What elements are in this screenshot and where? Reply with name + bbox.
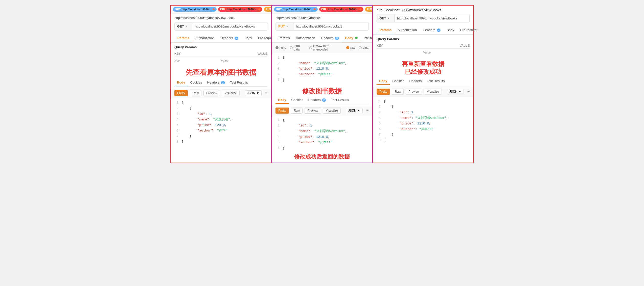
body-tab-cookies-right[interactable]: Cookies	[390, 77, 407, 85]
req-tab-auth-left[interactable]: Authorization	[192, 34, 218, 42]
panels-container: GET http://localhost:9090/r DEL http://l…	[170, 5, 474, 163]
tab-del-middle[interactable]: DEL http://localhost:9090/n	[319, 7, 363, 12]
response-code-middle: 1 { 2 "id": 1, 3 "name": "火影忍者webflux", …	[272, 115, 372, 153]
req-tabs-right: Params Authorization Headers 7 Body Pre-…	[373, 26, 473, 35]
req-tab-auth-right[interactable]: Authorization	[395, 26, 420, 34]
annotation-sub-middle: 修改成功后返回的数据	[272, 153, 372, 163]
body-tab-results-left[interactable]: Test Results	[227, 79, 250, 86]
req-tab-headers-right[interactable]: Headers 7	[420, 26, 444, 34]
chevron-icon-json-middle: ▼	[357, 109, 360, 112]
method-select-right[interactable]: GET ▼	[377, 14, 395, 22]
json-select-left[interactable]: JSON ▼	[245, 90, 262, 96]
tab-del-left[interactable]: DEL http://localhost:9090/n	[218, 7, 262, 12]
query-params-right: Query Params KEY VALUE Value	[373, 35, 473, 58]
code-line-8: 8 ]	[174, 139, 267, 145]
body-tab-headers-middle[interactable]: Headers 2	[306, 96, 328, 104]
radio-formdata[interactable]: form-data	[290, 44, 306, 51]
kv-row-left: Key Value	[174, 58, 267, 63]
radio-label-urlencoded: x-www-form-urlencoded	[313, 44, 343, 51]
pretty-btn-left[interactable]: Pretty	[174, 90, 188, 96]
query-params-title-right: Query Params	[377, 37, 470, 41]
method-label-del: DEL	[220, 8, 226, 11]
req-tab-headers-middle[interactable]: Headers 8	[318, 34, 342, 42]
visualize-btn-left[interactable]: Visualize	[222, 90, 240, 96]
json-label-left: JSON	[247, 91, 255, 95]
code-line-6: 6 "author": "岸本"	[174, 128, 267, 134]
req-tab-params-left[interactable]: Params	[174, 34, 192, 42]
req-tab-auth-middle[interactable]: Authorization	[293, 34, 318, 42]
raw-btn-right[interactable]: Raw	[392, 89, 404, 95]
body-tab-cookies-left[interactable]: Cookies	[188, 79, 205, 86]
preview-btn-left[interactable]: Preview	[203, 90, 220, 96]
body-section-middle: Body Cookies Headers 2 Test Results	[272, 96, 372, 106]
raw-btn-left[interactable]: Raw	[190, 90, 201, 96]
req-tab-headers-left[interactable]: Headers 7	[218, 34, 241, 42]
radio-none[interactable]: none	[275, 46, 286, 49]
body-tab-cookies-middle[interactable]: Cookies	[289, 96, 306, 104]
req-tab-body-middle[interactable]: Body	[342, 34, 361, 42]
body-tabs-right: Body Cookies Headers Test Results	[377, 77, 470, 85]
req-tab-params-right[interactable]: Params	[377, 26, 395, 34]
req-tab-body-left[interactable]: Body	[241, 34, 255, 42]
annotation-right-line2: 已经修改成功	[376, 68, 471, 75]
body-tab-body-middle[interactable]: Body	[275, 96, 289, 104]
body-tab-body-right[interactable]: Body	[377, 77, 390, 85]
right-url-title: http://localhost:9090/mybooks/viewBooks	[373, 6, 473, 13]
visualize-btn-middle[interactable]: Visualize	[323, 108, 341, 114]
lines-icon-middle[interactable]: ≡	[366, 108, 369, 113]
preview-btn-middle[interactable]: Preview	[305, 108, 321, 114]
radio-circle-none	[275, 46, 279, 49]
method-text-right: GET	[379, 16, 386, 20]
method-select-left[interactable]: GET ▼	[175, 22, 192, 30]
body-tab-results-middle[interactable]: Test Results	[329, 96, 352, 104]
code-line-5: 5 "price": 120.0,	[174, 122, 267, 128]
kv-col-key-right: KEY	[377, 44, 423, 47]
body-tab-headers-right[interactable]: Headers	[407, 77, 424, 85]
url-input-right[interactable]	[395, 14, 469, 22]
tab-get-left[interactable]: GET http://localhost:9090/r	[173, 7, 217, 12]
tab-put-middle[interactable]: PUT http://localh	[365, 7, 372, 12]
radio-raw[interactable]: raw	[346, 46, 355, 49]
json-select-right[interactable]: JSON ▼	[447, 89, 464, 94]
method-text-middle: PUT	[278, 24, 285, 28]
annotation-middle: 修改图书数据	[272, 85, 372, 96]
json-select-middle[interactable]: JSON ▼	[346, 108, 363, 113]
preview-btn-right[interactable]: Preview	[406, 89, 422, 95]
lines-icon-left[interactable]: ≡	[265, 91, 267, 95]
chevron-down-icon-left: ▼	[185, 25, 188, 28]
pretty-btn-middle[interactable]: Pretty	[275, 108, 289, 114]
radio-circle-raw	[346, 46, 349, 49]
kv-col-key-left: KEY	[174, 52, 221, 56]
raw-btn-middle[interactable]: Raw	[291, 108, 303, 114]
body-tab-results-right[interactable]: Test Results	[424, 77, 447, 85]
radio-row-middle: none form-data x-www-form-urlencoded raw…	[272, 43, 372, 53]
lines-icon-right[interactable]: ≡	[467, 89, 470, 94]
code-line-4: 4 "name": "火影忍者",	[174, 117, 267, 122]
req-tab-body-right[interactable]: Body	[444, 26, 457, 34]
req-tab-prereq-right[interactable]: Pre-request	[457, 26, 480, 34]
visualize-btn-right[interactable]: Visualize	[424, 89, 442, 95]
tab-url-get: http://localhost:9090/r	[182, 8, 211, 11]
req-tab-params-middle[interactable]: Params	[275, 34, 293, 42]
body-tab-headers-left[interactable]: Headers 2	[204, 79, 227, 86]
method-label-del-m: DEL	[321, 8, 327, 11]
query-params-left: Query Params KEY VALUE Key Value	[171, 43, 271, 66]
format-bar-right: Pretty Raw Preview Visualize JSON ▼ ≡	[373, 87, 473, 96]
tab-get-middle[interactable]: GET http://localhost:9090/r	[274, 7, 318, 12]
kv-key-left: Key	[174, 59, 221, 62]
method-text-left: GET	[177, 24, 184, 28]
radio-urlencoded[interactable]: x-www-form-urlencoded	[309, 44, 343, 51]
chevron-icon-json-right: ▼	[458, 90, 462, 93]
url-input-left[interactable]	[192, 22, 267, 30]
method-label-get-m: GET	[276, 8, 282, 11]
json-label-middle: JSON	[348, 109, 356, 112]
body-tab-body-left[interactable]: Body	[174, 79, 188, 86]
url-input-middle[interactable]	[293, 22, 368, 30]
url-bar-section-right: GET ▼	[373, 13, 473, 26]
tab-put-left[interactable]: PUT http://localhos	[264, 7, 271, 12]
pretty-btn-right[interactable]: Pretty	[377, 89, 390, 95]
req-tabs-left: Params Authorization Headers 7 Body Pre-…	[171, 34, 271, 43]
radio-binary[interactable]: bina	[359, 46, 369, 49]
kv-header-left: KEY VALUE	[174, 51, 267, 57]
method-select-middle[interactable]: PUT ▼	[276, 22, 293, 30]
